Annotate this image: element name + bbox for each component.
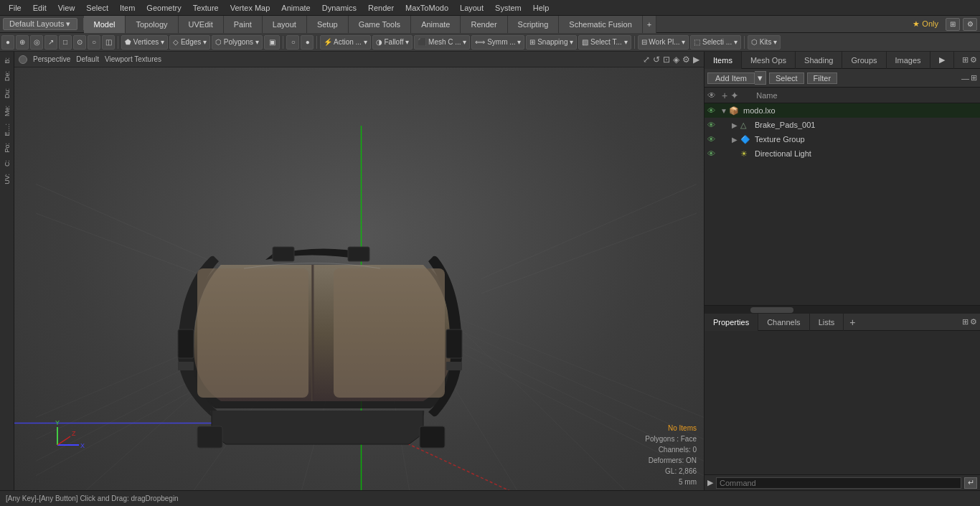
filter-button[interactable]: Filter xyxy=(807,72,837,84)
ls-c[interactable]: C: xyxy=(2,157,12,169)
tab-items[interactable]: Items xyxy=(705,52,742,69)
tb2-ring-btn[interactable]: ○ xyxy=(88,35,100,50)
prop-expand-icon[interactable]: ⊞ xyxy=(962,317,969,327)
visibility-texgrp-icon[interactable]: 👁 xyxy=(707,135,717,144)
visibility-root-icon[interactable]: 👁 xyxy=(707,106,717,115)
tab-render[interactable]: Render xyxy=(461,16,507,33)
textures-label[interactable]: Viewport Textures xyxy=(105,55,161,63)
tb2-world-btn[interactable]: ⊕ xyxy=(16,35,29,50)
prop-tab-add[interactable]: + xyxy=(844,317,861,328)
menu-texture[interactable]: Texture xyxy=(187,2,225,14)
ls-uv[interactable]: UV: xyxy=(2,171,12,187)
menu-animate[interactable]: Animate xyxy=(275,2,316,14)
layout-dropdown[interactable]: Default Layouts ▾ xyxy=(3,18,77,30)
ls-e[interactable]: E…: xyxy=(2,121,12,139)
tab-images[interactable]: Images xyxy=(887,52,930,69)
tab-add[interactable]: + xyxy=(643,16,656,33)
tab-animate[interactable]: Animate xyxy=(411,16,461,33)
tab-schematic[interactable]: Schematic Fusion xyxy=(559,16,642,33)
tb2-grid-btn[interactable]: □ xyxy=(59,35,72,50)
viewport[interactable]: Perspective Default Viewport Textures ⤢ … xyxy=(14,52,704,490)
tab-groups[interactable]: Groups xyxy=(842,52,886,69)
add-item-dropdown[interactable]: ▾ xyxy=(755,71,766,85)
tree-item-brake[interactable]: 👁 ▶ △ Brake_Pads_001 xyxy=(705,118,980,132)
tab-topology[interactable]: Topology xyxy=(126,16,178,33)
viewport-canvas[interactable]: X Y Z No Items Polygons : Face Channels:… xyxy=(14,67,704,490)
snapping-btn[interactable]: ⊞ Snapping ▾ xyxy=(526,35,577,50)
vertices-btn[interactable]: ⬟ Vertices ▾ xyxy=(121,35,168,50)
panel-minus-icon[interactable]: — xyxy=(961,74,969,83)
ls-du[interactable]: Du: xyxy=(2,85,12,101)
select-button[interactable]: Select xyxy=(769,72,804,84)
menu-edit[interactable]: Edit xyxy=(27,2,52,14)
tb2-dot2-btn[interactable]: ● xyxy=(301,35,314,50)
settings-icon[interactable]: ⚙ xyxy=(963,18,977,31)
panel-expand2-icon[interactable]: ⊞ xyxy=(971,73,977,83)
kits-btn[interactable]: ⬡ Kits ▾ xyxy=(748,35,781,50)
ls-b[interactable]: B: xyxy=(2,55,12,67)
tree-item-texgrp[interactable]: 👁 ▶ 🔷 Texture Group xyxy=(705,132,980,146)
panel-settings-icon[interactable]: ⚙ xyxy=(970,55,977,65)
ls-de[interactable]: De: xyxy=(2,68,12,84)
visibility-header-icon[interactable]: 👁 xyxy=(707,90,719,100)
expand-texgrp-arrow[interactable]: ▶ xyxy=(732,136,740,144)
tab-scripting[interactable]: Scripting xyxy=(508,16,560,33)
vp-camera-icon[interactable]: ◈ xyxy=(673,55,679,65)
action-btn[interactable]: ⚡ Action ... ▾ xyxy=(320,35,371,50)
tab-uvedit[interactable]: UVEdit xyxy=(179,16,224,33)
prop-settings-icon[interactable]: ⚙ xyxy=(970,317,977,327)
vp-expand-icon[interactable]: ⤢ xyxy=(643,55,650,65)
menu-dynamics[interactable]: Dynamics xyxy=(316,2,362,14)
menu-vertexmap[interactable]: Vertex Map xyxy=(225,2,276,14)
tb2-rect-btn[interactable]: ▣ xyxy=(264,35,280,50)
workpl-btn[interactable]: ⊟ Work Pl... ▾ xyxy=(638,35,689,50)
tree-item-root[interactable]: 👁 ▼ 📦 modo.lxo xyxy=(705,103,980,118)
selectt-btn[interactable]: ▧ Select T... ▾ xyxy=(578,35,631,50)
menu-help[interactable]: Help xyxy=(527,2,555,14)
menu-view[interactable]: View xyxy=(52,2,81,14)
tab-layout[interactable]: Layout xyxy=(263,16,307,33)
tab-model[interactable]: Model xyxy=(84,16,126,33)
selecti-btn[interactable]: ⬚ Selecti ... ▾ xyxy=(690,35,741,50)
menu-item[interactable]: Item xyxy=(114,2,141,14)
tab-expand[interactable]: ▶ xyxy=(930,52,954,69)
visibility-brake-icon[interactable]: 👁 xyxy=(707,121,717,129)
vp-settings-icon[interactable]: ⚙ xyxy=(682,55,690,65)
tab-gametools[interactable]: Game Tools xyxy=(349,16,412,33)
meshc-btn[interactable]: ⬛ Mesh C ... ▾ xyxy=(414,35,470,50)
vp-grid-icon[interactable]: ⊡ xyxy=(663,55,670,65)
prop-tab-lists[interactable]: Lists xyxy=(810,314,844,331)
default-label[interactable]: Default xyxy=(76,55,99,63)
scrollbar-thumb[interactable] xyxy=(750,307,793,313)
tb2-circle-btn[interactable]: ◎ xyxy=(30,35,43,50)
tb2-arrow-btn[interactable]: ↗ xyxy=(44,35,57,50)
maximize-icon[interactable]: ⊞ xyxy=(946,18,960,31)
ls-po[interactable]: Po: xyxy=(2,140,12,156)
command-input[interactable] xyxy=(716,477,961,489)
menu-geometry[interactable]: Geometry xyxy=(141,2,187,14)
menu-select[interactable]: Select xyxy=(80,2,114,14)
visibility-light-icon[interactable]: 👁 xyxy=(707,149,717,158)
tb2-sq-btn[interactable]: ◫ xyxy=(102,35,115,50)
tb2-dot-btn[interactable]: ● xyxy=(1,35,14,50)
vp-rotate-icon[interactable]: ↺ xyxy=(653,55,660,65)
tab-paint[interactable]: Paint xyxy=(224,16,263,33)
tree-item-light[interactable]: 👁 ▶ ☀ Directional Light xyxy=(705,146,980,161)
tb2-circle2-btn[interactable]: ○ xyxy=(286,35,299,50)
edges-btn[interactable]: ◇ Edges ▾ xyxy=(169,35,210,50)
perspective-label[interactable]: Perspective xyxy=(33,55,70,63)
menu-render[interactable]: Render xyxy=(362,2,400,14)
menu-maxtomodo[interactable]: MaxToModo xyxy=(400,2,454,14)
tree-scrollbar[interactable] xyxy=(705,305,980,314)
menu-file[interactable]: File xyxy=(3,2,27,14)
viewport-toggle[interactable] xyxy=(19,55,27,64)
panel-expand-icon[interactable]: ⊞ xyxy=(962,55,969,65)
expand-brake-arrow[interactable]: ▶ xyxy=(732,121,740,129)
plus-header-icon[interactable]: + xyxy=(722,90,727,101)
ls-me[interactable]: Me: xyxy=(2,103,12,119)
menu-layout[interactable]: Layout xyxy=(454,2,489,14)
polygons-btn[interactable]: ⬡ Polygons ▾ xyxy=(212,35,263,50)
menu-system[interactable]: System xyxy=(489,2,527,14)
vp-play-icon[interactable]: ▶ xyxy=(693,55,699,65)
command-exec-btn[interactable]: ↵ xyxy=(964,477,977,489)
